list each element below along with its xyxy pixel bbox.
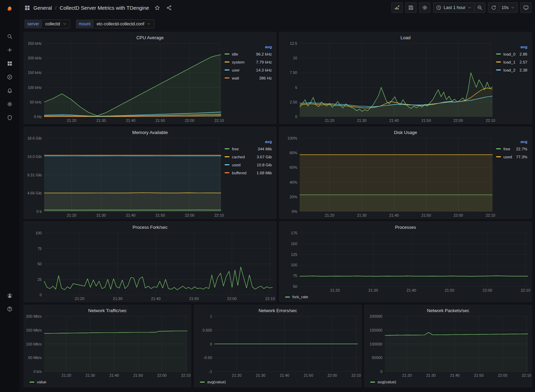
legend-item-load_2[interactable]: load_22.38: [496, 66, 527, 74]
time-controls: Last 1 hour: [433, 2, 485, 13]
legend-item-user[interactable]: user14.3 kHz: [225, 66, 272, 74]
legend-item-system[interactable]: system7.79 kHz: [225, 58, 272, 66]
y-axis-label: 14.0 Gib: [27, 155, 42, 159]
breadcrumb: General / CollectD Server Metrics with T…: [24, 4, 173, 11]
chart-canvas: [44, 233, 273, 295]
legend-stat-header[interactable]: avg: [225, 140, 272, 144]
variable-server-dropdown[interactable]: collectd: [42, 19, 70, 28]
star-dashboard-button[interactable]: [154, 4, 161, 11]
plot-area[interactable]: [44, 138, 221, 211]
legend-stat-header[interactable]: avg: [225, 45, 272, 49]
save-dashboard-button[interactable]: [405, 2, 416, 13]
breadcrumb-folder[interactable]: General: [33, 5, 52, 11]
plot-area[interactable]: [300, 233, 528, 286]
series-fill-idle: [44, 55, 221, 117]
plot-area[interactable]: [300, 138, 493, 211]
y-axis-label: 100: [35, 231, 42, 235]
legend-item-used[interactable]: used10.8 Gib: [225, 161, 272, 169]
save-icon: [408, 5, 414, 10]
sidebar-item-explore[interactable]: [4, 74, 15, 80]
panel-title[interactable]: Process Fork/sec: [132, 225, 167, 230]
dashboard-settings-button[interactable]: [419, 2, 430, 13]
legend-item-fork_rate[interactable]: fork_rate: [285, 295, 308, 299]
series-color-swatch: [496, 53, 501, 55]
y-axis-label: 100: [291, 263, 297, 267]
panel-title[interactable]: Memory Available: [132, 130, 168, 135]
plot-area[interactable]: [214, 316, 358, 372]
legend-item-used[interactable]: used77.3%: [496, 153, 527, 161]
sidebar-item-alerting[interactable]: [4, 87, 15, 94]
legend-series-name: wait: [232, 76, 239, 80]
gear-icon: [7, 101, 13, 107]
sidebar-item-user-profile[interactable]: [4, 292, 15, 299]
main-column: General / CollectD Server Metrics with T…: [19, 0, 535, 392]
plot-area[interactable]: [385, 316, 528, 372]
legend-item-avg(value)[interactable]: avg(value): [200, 380, 226, 384]
panel-title[interactable]: Network Traffic/sec: [88, 308, 127, 313]
panel-title[interactable]: CPU Average: [136, 35, 164, 40]
legend-item-buffered[interactable]: buffered1.68 Mib: [225, 169, 272, 177]
panel-title[interactable]: Load: [400, 35, 411, 40]
sidebar-item-dashboards[interactable]: [4, 60, 15, 67]
x-axis-label: 21:40: [389, 213, 399, 217]
legend-item-free[interactable]: free344 Mib: [225, 145, 272, 153]
y-axis-label: 100 kHz: [28, 85, 42, 90]
share-dashboard-button[interactable]: [165, 4, 173, 11]
sidebar-item-configuration[interactable]: [4, 101, 15, 107]
panel-header: Network Packets/sec: [365, 305, 532, 316]
plot-area[interactable]: [44, 233, 273, 295]
y-axis-label: 1: [210, 314, 212, 318]
legend-item-value[interactable]: value: [30, 380, 47, 384]
panel-network-traffic: Network Traffic/sec0 b/s50 Mb/s100 Mb/s1…: [24, 305, 191, 387]
time-range-label: Last 1 hour: [444, 5, 465, 10]
x-axis-label: 22:10: [265, 297, 275, 301]
panel-title[interactable]: Disk Usage: [394, 130, 417, 135]
legend-series-value: 2.38: [520, 68, 527, 72]
legend-stat-header[interactable]: avg: [496, 45, 527, 49]
sidebar-item-help[interactable]: [4, 305, 15, 313]
plot-area[interactable]: [44, 316, 187, 372]
avatar-icon: [7, 293, 13, 298]
sidebar-item-create[interactable]: [4, 47, 15, 53]
x-axis-label: 22:10: [214, 118, 224, 123]
plus-icon: [7, 47, 13, 53]
legend-stat-header[interactable]: avg: [496, 140, 527, 144]
y-axis-label: 40%: [290, 180, 297, 184]
time-range-picker[interactable]: Last 1 hour: [433, 2, 475, 13]
compass-icon: [7, 74, 13, 80]
legend-item-load_0[interactable]: load_02.86: [496, 50, 527, 58]
y-axis-label: 0 b/s: [33, 369, 42, 374]
sidebar-nav: [4, 33, 15, 121]
sidebar-bottom: [4, 292, 15, 313]
cycle-view-mode-button[interactable]: [520, 2, 532, 13]
variable-mount-dropdown[interactable]: etc-collectd-collectd.conf: [94, 19, 154, 28]
zoom-out-button[interactable]: [474, 2, 485, 13]
plot-area[interactable]: [44, 43, 221, 117]
sidebar-item-server-admin[interactable]: [4, 115, 15, 121]
panel-header: Processes: [279, 222, 532, 232]
legend-item-wait[interactable]: wait386 Hz: [225, 74, 272, 82]
x-axis-label: 22:00: [227, 297, 237, 301]
legend-item-load_1[interactable]: load_12.57: [496, 58, 527, 66]
legend-item-idle[interactable]: idle96.2 kHz: [225, 50, 272, 58]
panel-title[interactable]: Network Packets/sec: [427, 308, 469, 313]
add-panel-button[interactable]: [391, 2, 403, 13]
apps-icon: [7, 61, 13, 66]
plot-area[interactable]: [300, 43, 493, 117]
legend-series-name: user: [232, 68, 240, 72]
legend-item-free[interactable]: free22.7%: [496, 145, 527, 153]
legend-item-cached[interactable]: cached3.67 Gib: [225, 153, 272, 161]
refresh-button[interactable]: [488, 2, 499, 13]
panel-title[interactable]: Network Errors/sec: [259, 308, 297, 313]
star-icon: [154, 5, 160, 11]
sidebar-item-search[interactable]: [4, 33, 15, 40]
x-axis-label: 22:00: [453, 118, 463, 123]
panel-title[interactable]: Processes: [395, 225, 416, 230]
y-axis: -1-0.5000.5001: [196, 316, 214, 372]
panel-legend: avgfree344 Mibcached3.67 Gibused10.8 Gib…: [221, 138, 273, 218]
panel-cpu-average: CPU Average0 Hz50 kHz100 kHz150 kHz200 k…: [24, 32, 276, 124]
x-axis-label: 21:50: [155, 213, 165, 217]
grafana-logo[interactable]: [4, 3, 15, 14]
legend-item-avg(value)[interactable]: avg(value): [370, 380, 396, 384]
refresh-interval-dropdown[interactable]: 10s: [499, 2, 518, 13]
